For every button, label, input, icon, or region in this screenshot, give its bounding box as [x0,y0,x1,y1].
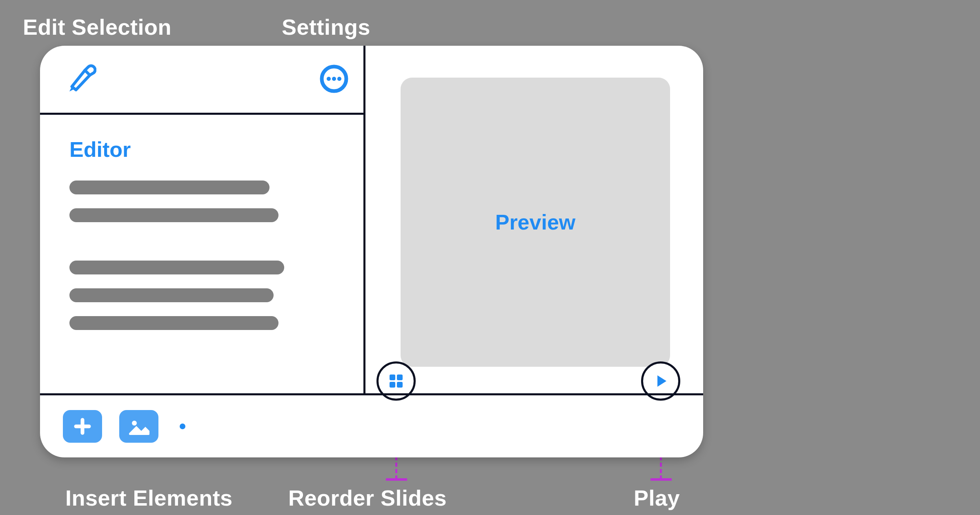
svg-rect-5 [397,375,403,380]
svg-point-9 [132,421,137,426]
image-icon [127,417,150,436]
insert-more-button[interactable] [176,419,189,433]
annotation-insert-elements: Insert Elements [65,485,233,511]
brush-icon [65,63,96,95]
edit-selection-button[interactable] [63,61,98,96]
footer-toolbar [40,395,703,457]
editor-content-line [69,316,278,330]
dots-icon [180,424,185,429]
svg-rect-6 [390,382,395,388]
svg-point-2 [332,77,336,81]
editor-content-line [69,261,284,274]
app-card: Editor Preview [40,46,703,457]
editor-content-line [69,181,270,194]
preview-canvas: Preview [401,78,670,367]
annotation-edit-selection: Edit Selection [23,14,172,40]
top-toolbar [40,46,365,113]
annotation-reorder-slides: Reorder Slides [288,485,447,511]
editor-title: Editor [69,137,335,162]
svg-point-1 [327,77,331,81]
more-circle-icon [319,64,349,94]
svg-rect-4 [390,375,395,380]
annotation-settings: Settings [282,14,370,40]
editor-content-line [69,208,278,222]
preview-title: Preview [495,210,576,234]
settings-button[interactable] [316,61,352,96]
play-icon [653,373,669,389]
insert-add-button[interactable] [63,410,102,443]
insert-image-button[interactable] [119,410,158,443]
editor-content-line [69,288,274,302]
editor-panel: Editor [40,113,365,393]
grid-icon [388,373,404,389]
preview-panel: Preview [365,46,703,393]
plus-icon [73,417,92,436]
svg-point-3 [337,77,341,81]
annotation-play: Play [634,485,680,511]
svg-rect-7 [397,382,403,388]
